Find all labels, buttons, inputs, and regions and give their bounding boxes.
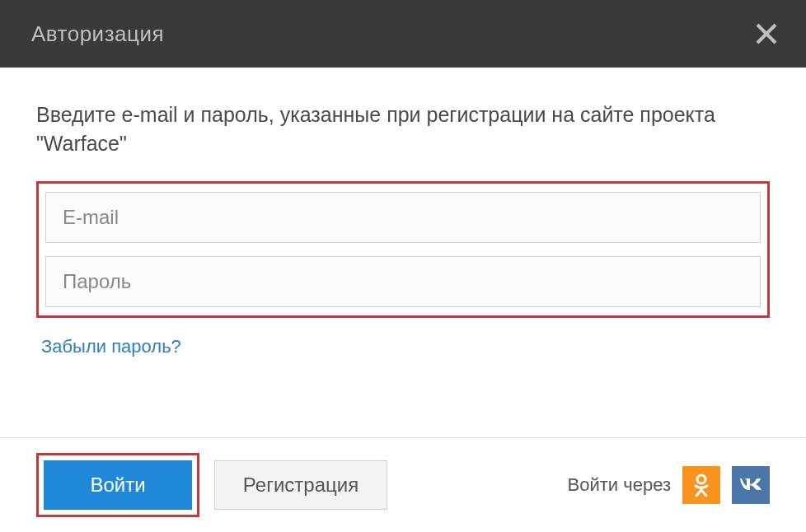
social-login-block: Войти через — [568, 466, 770, 504]
instruction-text: Введите e-mail и пароль, указанные при р… — [36, 100, 770, 158]
social-login-label: Войти через — [568, 474, 671, 496]
close-button[interactable] — [750, 17, 783, 50]
odnoklassniki-icon — [691, 474, 711, 497]
register-button[interactable]: Регистрация — [214, 460, 387, 510]
login-button-highlight: Войти — [36, 453, 199, 517]
ok-login-button[interactable] — [682, 466, 720, 504]
dialog-footer: Войти Регистрация Войти через — [0, 437, 806, 532]
vk-login-button[interactable] — [732, 466, 770, 504]
auth-dialog: Авторизация Введите e-mail и пароль, ука… — [0, 0, 806, 532]
titlebar: Авторизация — [0, 0, 806, 68]
svg-point-2 — [697, 475, 705, 483]
password-input[interactable] — [45, 256, 761, 307]
close-icon — [755, 22, 778, 45]
dialog-title: Авторизация — [31, 21, 164, 47]
login-button[interactable]: Войти — [44, 460, 192, 510]
dialog-content: Введите e-mail и пароль, указанные при р… — [0, 68, 806, 437]
input-group-highlight — [36, 181, 770, 318]
forgot-password-link[interactable]: Забыли пароль? — [41, 336, 770, 357]
vk-icon — [738, 477, 763, 493]
email-input[interactable] — [45, 192, 761, 243]
